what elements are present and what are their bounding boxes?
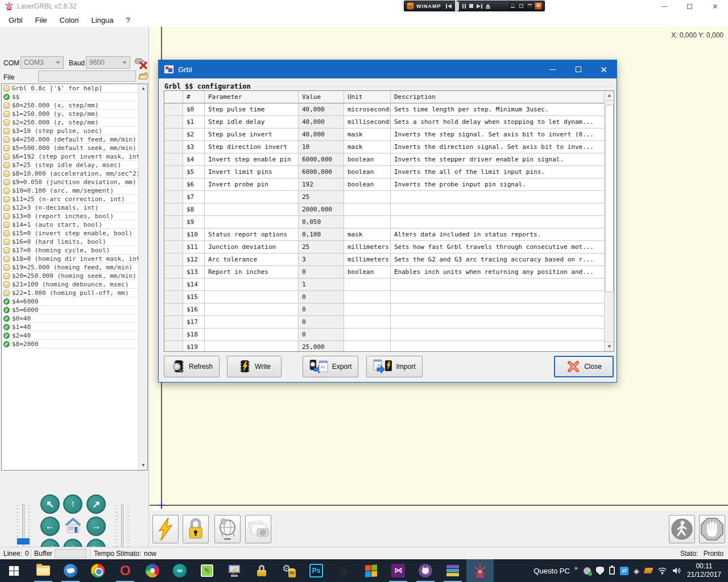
taskbar-icon-visual-studio[interactable]: ⋈: [384, 559, 412, 582]
cell-value[interactable]: 0: [299, 266, 344, 278]
table-scrollbar[interactable]: ▲ ▼: [604, 91, 614, 351]
log-line[interactable]: $4=6000: [2, 297, 147, 306]
menu-item[interactable]: Colori: [53, 14, 85, 27]
cell-parameter[interactable]: Step direction invert: [205, 141, 299, 153]
log-line[interactable]: $8=10.000 (acceleration, mm/sec^2): [2, 169, 147, 178]
cell-unit[interactable]: [344, 203, 391, 216]
log-line[interactable]: $10=0.100 (arc, mm/segment): [2, 186, 147, 195]
cell-parameter[interactable]: Arc tolerance: [205, 253, 299, 266]
log-line[interactable]: $1=250.000 (y, step/mm): [2, 110, 147, 118]
cell-value[interactable]: 0: [299, 304, 344, 316]
scroll-down-icon[interactable]: ▼: [139, 461, 148, 470]
cell-id[interactable]: $5: [183, 166, 205, 178]
config-table-row[interactable]: $6 Invert probe pin 192 boolean Inverts …: [164, 178, 614, 191]
config-table-row[interactable]: $10 Status report options 0,100 mask Alt…: [164, 228, 614, 241]
config-table-row[interactable]: $11 Junction deviation 25 millimeters Se…: [164, 241, 614, 253]
cell-description[interactable]: [391, 316, 605, 329]
cell-id[interactable]: $2: [183, 128, 205, 141]
config-table-row[interactable]: $19 25,000: [164, 341, 614, 352]
jog-home-button[interactable]: [64, 517, 82, 535]
cell-parameter[interactable]: Step pulse time: [205, 103, 299, 116]
cell-value[interactable]: 3: [299, 253, 344, 266]
cell-id[interactable]: $8: [183, 203, 205, 216]
cell-unit[interactable]: mask: [344, 228, 391, 241]
config-table-row[interactable]: $12 Arc tolerance 3 millimeters Sets the…: [164, 253, 614, 266]
file-path-field[interactable]: [38, 70, 136, 82]
cell-id[interactable]: $12: [183, 253, 205, 266]
winamp-stop-button[interactable]: [469, 4, 473, 8]
cell-value[interactable]: 0,050: [299, 216, 344, 228]
cell-id[interactable]: $6: [183, 178, 205, 191]
tray-antivirus-icon[interactable]: [584, 567, 591, 575]
config-table-row[interactable]: $3 Step direction invert 10 mask Inverts…: [164, 141, 614, 153]
write-button[interactable]: Write: [227, 356, 282, 377]
cell-parameter[interactable]: Report in inches: [205, 266, 299, 278]
log-line[interactable]: Grbl 0.8c ['$' for help]: [2, 84, 147, 93]
log-line[interactable]: $21=100 (homing debounce, msec): [2, 280, 147, 289]
cell-description[interactable]: Inverts the stepper driver enable pin si…: [391, 153, 605, 166]
cell-description[interactable]: Inverts the step signal. Set axis bit to…: [391, 128, 605, 141]
trace-image-button[interactable]: [214, 515, 241, 543]
dialog-minimize-button[interactable]: [540, 60, 565, 78]
log-line[interactable]: $1=40: [2, 323, 147, 331]
log-line[interactable]: $20=250.000 (homing seek, mm/min): [2, 272, 147, 280]
open-file-icon[interactable]: [138, 70, 149, 81]
config-table-row[interactable]: $0 Step pulse time 40,000 microseconds S…: [164, 103, 614, 116]
config-table-row[interactable]: $16 0: [164, 304, 614, 316]
jog-left-button[interactable]: ←: [40, 517, 60, 536]
disconnect-icon[interactable]: [133, 55, 148, 70]
cell-description[interactable]: Sets the G2 and G3 arc tracing accuracy …: [391, 253, 605, 266]
cell-unit[interactable]: mask: [344, 141, 391, 153]
stop-button[interactable]: [699, 515, 725, 543]
jog-right-button[interactable]: →: [86, 517, 106, 536]
cell-description[interactable]: [391, 329, 605, 341]
menu-item[interactable]: Lingua: [85, 14, 119, 27]
cell-id[interactable]: $14: [183, 278, 205, 291]
cell-description[interactable]: Inverts the probe input pin signal.: [391, 178, 605, 191]
cell-description[interactable]: [391, 278, 605, 291]
cell-parameter[interactable]: [205, 191, 299, 203]
menu-item[interactable]: ?: [120, 14, 136, 27]
col-header-description[interactable]: Description: [391, 91, 605, 103]
cell-unit[interactable]: milliseconds: [344, 116, 391, 128]
cell-description[interactable]: Sets time length per step. Minimum 3usec…: [391, 103, 605, 116]
cell-description[interactable]: [391, 216, 605, 228]
cell-description[interactable]: Enables inch units when returning any po…: [391, 266, 605, 278]
config-table-row[interactable]: $2 Step pulse invert 40,000 mask Inverts…: [164, 128, 614, 141]
taskbar-icon-chrome[interactable]: [84, 559, 111, 582]
lock-button[interactable]: [183, 515, 209, 543]
cell-value[interactable]: 0: [299, 316, 344, 329]
config-table-row[interactable]: $13 Report in inches 0 boolean Enables i…: [164, 266, 614, 278]
close-button[interactable]: Close: [554, 356, 614, 377]
log-line[interactable]: $2=250.000 (z, step/mm): [2, 118, 147, 127]
taskbar-icon-sdformatter[interactable]: ⚙SD: [275, 559, 303, 582]
log-line[interactable]: $17=0 (homing cycle, bool): [2, 246, 147, 255]
cell-parameter[interactable]: Step idle delay: [205, 116, 299, 128]
cell-id[interactable]: $18: [183, 329, 205, 341]
cell-value[interactable]: 0,100: [299, 228, 344, 241]
scrollbar-thumb[interactable]: [605, 105, 614, 292]
cell-description[interactable]: [391, 291, 605, 304]
tray-defender-icon[interactable]: [596, 567, 604, 575]
log-line[interactable]: $19=25.000 (homing feed, mm/min): [2, 263, 147, 272]
log-line[interactable]: $13=0 (report inches, bool): [2, 212, 147, 221]
cell-description[interactable]: Sets how fast Grbl travels through conse…: [391, 241, 605, 253]
cell-id[interactable]: $16: [183, 304, 205, 316]
col-header-parameter[interactable]: Parameter: [205, 91, 299, 103]
cell-unit[interactable]: mask: [344, 128, 391, 141]
cell-id[interactable]: $9: [183, 216, 205, 228]
col-header-unit[interactable]: Unit: [344, 91, 391, 103]
refresh-button[interactable]: Refresh: [164, 356, 220, 377]
winamp-next-button[interactable]: [477, 4, 482, 9]
cell-value[interactable]: 10: [299, 141, 344, 153]
cell-id[interactable]: $13: [183, 266, 205, 278]
config-table-row[interactable]: $14 1: [164, 278, 614, 291]
jog-up-right-button[interactable]: ↗: [86, 494, 106, 514]
scroll-down-icon[interactable]: ▼: [605, 342, 614, 351]
taskbar-icon-inkscape[interactable]: ◆: [330, 559, 357, 582]
cell-value[interactable]: 6000,000: [299, 153, 344, 166]
cell-unit[interactable]: [344, 316, 391, 329]
tray-utility-icon[interactable]: [643, 568, 653, 573]
tray-overflow-chevron[interactable]: »: [574, 564, 578, 571]
col-header-id[interactable]: #: [183, 91, 205, 103]
